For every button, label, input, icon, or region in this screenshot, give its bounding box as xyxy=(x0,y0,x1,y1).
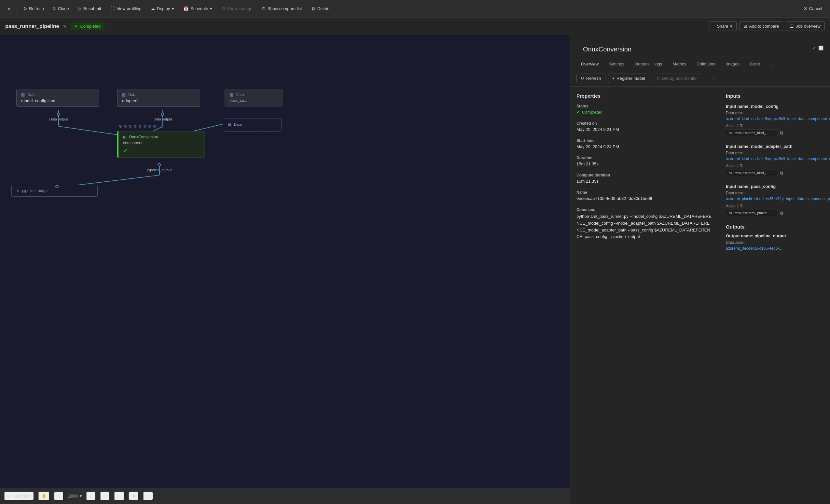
prop-created-label: Created on xyxy=(576,121,712,126)
tab-code[interactable]: Code xyxy=(745,58,765,70)
show-compare-button[interactable]: ⚖ Show compare list xyxy=(258,4,306,13)
data-node-3-header: ▦ Data xyxy=(229,92,279,97)
schedule-button[interactable]: 📅 Schedule ▾ xyxy=(179,4,216,13)
tab-metrics[interactable]: Metrics xyxy=(668,58,691,70)
prop-command: Command python aml_pass_runner.py --mode… xyxy=(576,208,712,240)
panel-properties: Properties Status ✔ Completed Created on… xyxy=(570,87,719,504)
port-mo4 xyxy=(134,125,136,128)
settings-button[interactable]: ⚙ xyxy=(143,492,153,500)
expand-button[interactable]: » xyxy=(4,4,14,13)
refresh-button[interactable]: ↻ Refresh xyxy=(20,4,48,13)
tab-child-jobs[interactable]: Child jobs xyxy=(692,58,720,70)
tab-more[interactable]: ... xyxy=(766,58,778,70)
data-icon-1: ▦ xyxy=(21,92,25,97)
prop-compute-label: Compute duration xyxy=(576,173,712,178)
resubmit-button[interactable]: ▷ Resubmit xyxy=(74,4,105,13)
prop-status-label: Status xyxy=(576,104,712,108)
output-node-input-port xyxy=(55,185,59,188)
input-1-asset-link[interactable]: azureml_kind_endive_9yrpg4z8k9_input_dat… xyxy=(726,117,824,121)
compare-plus-icon: ⊞ xyxy=(743,24,747,29)
clone-button[interactable]: ⧉ Clone xyxy=(49,4,73,13)
data-node-2[interactable]: ▦ Data adapter/ xyxy=(117,89,200,107)
input-1-name: Input name: model_config xyxy=(726,104,824,109)
input-2-uri-row: Asset URI: xyxy=(726,164,824,168)
port-mo2 xyxy=(124,125,127,128)
aspect-button[interactable]: ▣ xyxy=(129,492,139,500)
zoom-in-icon: ⊕ xyxy=(89,494,93,499)
output-node[interactable]: ✕ pipeline_output xyxy=(11,185,98,197)
input-3-uri-box-row: azureml:azureml_placid... ⧉ xyxy=(726,210,824,216)
data-node-3[interactable]: ▦ Data pass_co... xyxy=(225,89,283,106)
prop-compute-duration: Compute duration 15m 21.35s xyxy=(576,173,712,184)
input-3-uri-box: azureml:azureml_placid... xyxy=(726,210,778,216)
selection-tool-button[interactable]: ↖ xyxy=(54,492,64,500)
main-toolbar: » ↻ Refresh ⧉ Clone ▷ Resubmit ⛶ View pr… xyxy=(0,0,830,18)
add-to-compare-button[interactable]: ⊞ Add to compare xyxy=(739,22,783,31)
panel-refresh-button[interactable]: ↻ Refresh xyxy=(576,73,605,83)
data-node-4[interactable]: ▦ Data xyxy=(223,119,282,131)
hand-tool-button[interactable]: ✋ xyxy=(38,492,50,500)
component-node[interactable]: ⊞ OnnxConversion component ✔ xyxy=(117,131,205,158)
expand-icon-2[interactable]: ⬜ xyxy=(818,45,824,51)
cancel-button[interactable]: ✕ Cancel xyxy=(800,4,826,13)
navigator-button[interactable]: ⊞ Navigator xyxy=(4,492,34,500)
expand-icon: » xyxy=(8,6,10,11)
prop-duration: Duration 15m 21.35s xyxy=(576,156,712,166)
tab-outputs-logs[interactable]: Outputs + logs xyxy=(630,58,667,70)
job-overview-button[interactable]: ☰ Job overview xyxy=(786,22,825,31)
input-2-asset-link[interactable]: azureml_kind_endive_9yrpg4z8k9_input_dat… xyxy=(726,157,824,161)
component-check-badge: ✔ xyxy=(123,148,200,154)
canvas-area[interactable]: ▦ Data model_config.json Data output ▦ D… xyxy=(0,35,570,504)
input-3-name: Input name: pass_config xyxy=(726,184,824,189)
show-lineage-button[interactable]: ⊞ Show lineage xyxy=(217,4,256,13)
prop-duration-value: 15m 21.35s xyxy=(576,161,712,166)
input-3-asset-link[interactable]: azureml_placid_cloud_rs35zx7fgt_input_da… xyxy=(726,197,824,201)
output-node-header: ✕ pipeline_output xyxy=(16,189,93,193)
zoom-control[interactable]: 100% ▾ xyxy=(68,494,82,499)
edit-icon[interactable]: ✎ xyxy=(63,24,67,29)
port-right xyxy=(161,125,163,128)
tab-images[interactable]: Images xyxy=(721,58,744,70)
input-3-uri-label: Asset URI: xyxy=(726,204,744,209)
input-1-copy-button[interactable]: ⧉ xyxy=(780,130,783,136)
input-3-copy-button[interactable]: ⧉ xyxy=(780,210,783,216)
input-2-uri-label: Asset URI: xyxy=(726,164,744,168)
delete-button[interactable]: 🗑 Delete xyxy=(307,4,333,13)
compare-icon: ⚖ xyxy=(262,6,265,11)
zoom-in-button[interactable]: ⊕ xyxy=(86,492,96,500)
debug-monitor-button[interactable]: ⚙ Debug and monitor xyxy=(652,73,702,83)
nav-bar: ⊞ Navigator ✋ ↖ 100% ▾ ⊕ ⊖ ⛶ ▣ xyxy=(0,488,570,504)
zoom-out-button[interactable]: ⊖ xyxy=(100,492,110,500)
input-2-copy-button[interactable]: ⧉ xyxy=(780,170,783,176)
tab-settings[interactable]: Settings xyxy=(604,58,629,70)
navigator-icon: ⊞ xyxy=(7,494,11,499)
panel-toolbar-separator xyxy=(706,74,706,83)
share-button[interactable]: ↑ Share ▾ xyxy=(709,22,737,31)
data-node-1[interactable]: ▦ Data model_config.json xyxy=(16,89,99,107)
status-check-icon: ✔ xyxy=(576,110,580,115)
output-1-asset-link[interactable]: azureml_0eceeca5-f105-4ed0-... xyxy=(726,246,824,251)
input-1-uri-box: azureml:azureml_kind_... xyxy=(726,130,778,136)
properties-title: Properties xyxy=(576,93,712,99)
deploy-button[interactable]: ☁ Deploy ▾ xyxy=(147,4,178,13)
fit-view-button[interactable]: ⛶ xyxy=(114,492,125,500)
panel-title: OnnxConversion xyxy=(576,40,638,56)
view-profiling-button[interactable]: ⛶ View profiling xyxy=(106,4,146,13)
delete-icon: 🗑 xyxy=(311,6,315,11)
panel-title-bar: OnnxConversion ⤢ ⬜ xyxy=(570,35,830,58)
status-text: Completed xyxy=(80,24,101,29)
status-badge: ✔ Completed xyxy=(71,23,104,30)
port-pa1 xyxy=(143,125,146,128)
panel-more-button[interactable]: ··· xyxy=(710,74,718,83)
input-2-asset-label: Data asset: xyxy=(726,151,824,155)
data-node-2-header: ▦ Data xyxy=(122,92,195,97)
tab-overview[interactable]: Overview xyxy=(576,58,603,70)
component-sublabel: component xyxy=(123,140,200,145)
pipeline-output-label: pipeline_output xyxy=(138,168,181,172)
register-model-button[interactable]: + Register model xyxy=(608,73,649,83)
input-1-uri-row: Asset URI: xyxy=(726,124,824,128)
expand-icon-1[interactable]: ⤢ xyxy=(812,45,816,51)
input-group-3: Input name: pass_config Data asset: azur… xyxy=(726,184,824,216)
pipeline-header-right: ↑ Share ▾ ⊞ Add to compare ☰ Job overvie… xyxy=(709,22,825,31)
selection-icon: ↖ xyxy=(57,494,61,499)
